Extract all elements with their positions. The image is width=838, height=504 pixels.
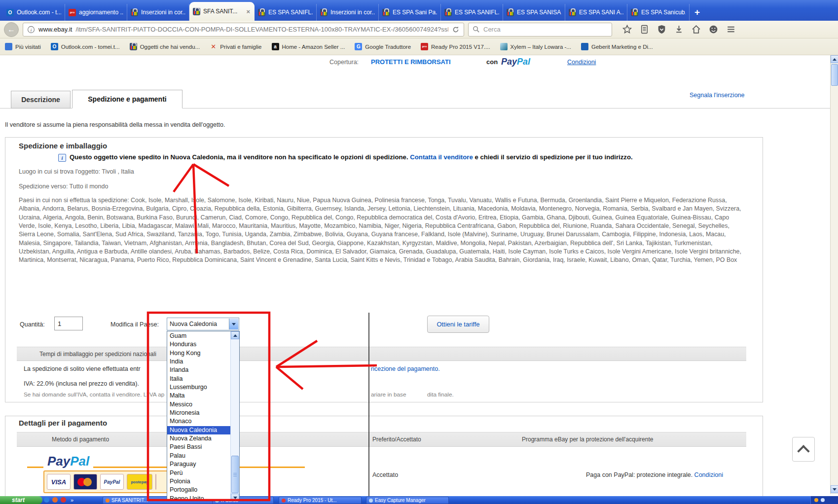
scroll-to-top-button[interactable]: [792, 437, 815, 462]
tab-label: ES SPA SANISA...: [517, 9, 561, 16]
paypal-logo: PayPal: [501, 57, 530, 67]
chevron-up-icon: [797, 445, 809, 457]
quick-launch-overflow[interactable]: »: [71, 496, 73, 504]
country-option[interactable]: Portogallo: [167, 486, 231, 494]
country-option[interactable]: Palau: [167, 452, 231, 460]
page-info-icon[interactable]: i: [27, 26, 35, 34]
country-option[interactable]: Honduras: [167, 340, 231, 349]
dropdown-scroll-down-button[interactable]: [231, 494, 239, 501]
dropdown-scroll-up-button[interactable]: [231, 331, 239, 339]
browser-tab[interactable]: Inserzioni in cor...: [317, 4, 379, 21]
country-option[interactable]: Regno Unito: [167, 495, 231, 501]
tab-label: Outlook.com - t...: [17, 9, 61, 16]
reload-icon[interactable]: [452, 26, 460, 34]
dropdown-scrollbar[interactable]: [230, 331, 239, 501]
scrollbar-thumb[interactable]: [831, 64, 838, 86]
downloads-icon[interactable]: [674, 24, 684, 35]
menu-hamburger-icon[interactable]: [726, 24, 736, 35]
taskbar-button[interactable]: Ready Pro 2015 - Ut...: [279, 497, 362, 504]
bookmark-star-icon[interactable]: [622, 24, 632, 35]
country-option[interactable]: India: [167, 358, 231, 366]
search-input[interactable]: Cerca: [468, 23, 612, 36]
bookmark-item[interactable]: aHome - Amazon Seller ...: [272, 43, 345, 50]
browser-tab[interactable]: ES SPA SANIFL...: [255, 4, 317, 21]
bookmark-item[interactable]: Xylem – Italy Lowara -...: [500, 43, 571, 50]
new-tab-button[interactable]: +: [690, 7, 705, 21]
scrollbar-up-button[interactable]: [831, 55, 838, 63]
tray-icon[interactable]: [814, 498, 818, 502]
coverage-conditions-link[interactable]: Condizioni: [567, 59, 596, 66]
browser-tab[interactable]: proaggiornamento ...: [65, 4, 127, 21]
shipping-alert-text-post: e chiedi il servizio di spedizione per i…: [474, 153, 632, 161]
bookmark-item[interactable]: ✕Privati e famiglie: [210, 43, 261, 50]
geberit-favicon: [581, 43, 588, 50]
select-dropdown-button[interactable]: [229, 319, 238, 329]
country-option[interactable]: Polonia: [167, 477, 231, 486]
tab-spedizione-pagamenti[interactable]: Spedizione e pagamenti: [72, 90, 182, 108]
tray-icon[interactable]: [821, 498, 825, 502]
protection-conditions-link[interactable]: Condizioni: [694, 471, 723, 478]
quick-launch-icon[interactable]: [44, 497, 49, 503]
bookmark-label: Più visitati: [15, 44, 41, 50]
bookmark-item[interactable]: GGoogle Traduttore: [355, 43, 411, 50]
country-option[interactable]: Micronesia: [167, 409, 231, 417]
country-option[interactable]: Malta: [167, 392, 231, 400]
country-option[interactable]: Guam: [167, 332, 231, 340]
bookmark-item[interactable]: Più visitati: [5, 43, 41, 50]
home-icon[interactable]: [691, 24, 701, 35]
country-option[interactable]: Messico: [167, 400, 231, 409]
browser-tab[interactable]: ES SPA SANIFL...: [441, 4, 503, 21]
report-listing-link[interactable]: Segnala l'inserzione: [690, 92, 745, 99]
tab-close-icon[interactable]: ×: [245, 8, 251, 15]
back-button[interactable]: ←: [4, 22, 19, 37]
coverage-protected-text: PROTETTI E RIMBORSATI: [371, 58, 451, 66]
protection-line: Paga con PayPal: protezione integrale. C…: [586, 471, 723, 478]
url-bar[interactable]: i www.ebay.it/itm/SFA-SANITRIT-PIATTO-DO…: [23, 23, 464, 36]
get-rates-button[interactable]: Ottieni le tariffe: [427, 316, 489, 333]
country-option[interactable]: Irlanda: [167, 366, 231, 374]
country-option[interactable]: Italia: [167, 375, 231, 383]
browser-tab[interactable]: ES SPA SANISA...: [503, 4, 565, 21]
country-option[interactable]: Nuova Zelanda: [167, 434, 231, 443]
bookmark-item[interactable]: Oggetti che hai vendu...: [130, 43, 200, 50]
browser-tab[interactable]: ES SPA Sani Pa...: [379, 4, 441, 21]
quick-launch-icon[interactable]: [61, 497, 66, 503]
bookmark-item[interactable]: proReady Pro 2015 V17....: [421, 43, 490, 50]
col-preferred-accepted: Preferito/Accettato: [372, 436, 421, 443]
url-path: /itm/SFA-SANITRIT-PIATTO-DOCCIA-CON-POMP…: [75, 26, 448, 33]
start-button[interactable]: start: [0, 496, 42, 504]
bookmark-item[interactable]: Geberit Marketing e Di...: [581, 43, 653, 50]
country-option[interactable]: Nuova Caledonia: [167, 426, 231, 434]
browser-tab[interactable]: ES SPA Sanicub...: [627, 4, 690, 21]
scrollbar-down-button[interactable]: [831, 485, 838, 493]
taskbar-button[interactable]: Easy Capture Manager: [366, 497, 449, 504]
country-option[interactable]: Paraguay: [167, 460, 231, 468]
tab-descrizione[interactable]: Descrizione: [11, 91, 71, 108]
change-country-label: Modifica il Paese:: [110, 321, 159, 328]
bookmarks-list-icon[interactable]: [639, 24, 650, 35]
accepted-value: Accettato: [372, 471, 398, 478]
feedback-smiley-icon[interactable]: [708, 24, 719, 35]
shield-icon[interactable]: [656, 24, 667, 35]
quantity-input[interactable]: 1: [54, 317, 83, 330]
browser-tab[interactable]: Inserzioni in cor...: [127, 4, 189, 21]
ebay-favicon: [258, 9, 265, 16]
arrow-up-icon: [833, 58, 837, 61]
country-option[interactable]: Monaco: [167, 417, 231, 426]
tab-label: ES SPA Sanicub...: [641, 9, 686, 16]
tab-label: SFA SANIT...: [203, 8, 242, 15]
country-select[interactable]: Nuova Caledonia: [167, 318, 239, 330]
quick-launch-icon[interactable]: [52, 497, 58, 503]
browser-tab[interactable]: OOutlook.com - t...: [3, 4, 65, 21]
dropdown-scrollbar-thumb[interactable]: [231, 456, 239, 493]
page-scrollbar[interactable]: [830, 55, 838, 494]
country-option[interactable]: Hong Kong: [167, 349, 231, 358]
browser-tab[interactable]: ES SPA SANI A...: [565, 4, 627, 21]
browser-tab[interactable]: SFA SANIT...×: [189, 2, 255, 21]
country-option[interactable]: Paesi Bassi: [167, 443, 231, 451]
contact-seller-link[interactable]: Contatta il venditore: [410, 153, 473, 161]
country-option[interactable]: Perù: [167, 469, 231, 477]
bookmark-item[interactable]: OOutlook.com - tomei.t...: [51, 43, 120, 50]
country-dropdown-list[interactable]: GuamHondurasHong KongIndiaIrlandaItaliaL…: [167, 331, 240, 501]
country-option[interactable]: Lussemburgo: [167, 383, 231, 392]
